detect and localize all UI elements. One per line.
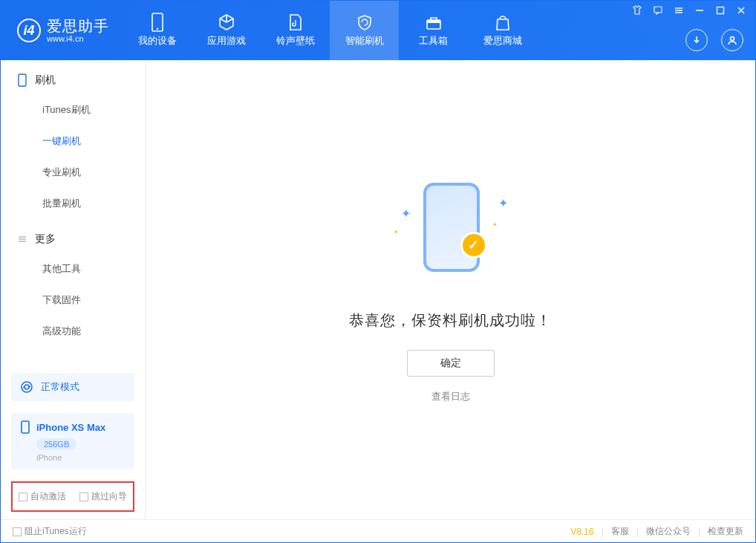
- success-illustration: ✦ ✦ ✦ ✦ ✓: [388, 177, 514, 288]
- nav-label: 我的设备: [138, 34, 177, 48]
- checkbox-label: 阻止iTunes运行: [25, 525, 87, 538]
- footer-link-update[interactable]: 检查更新: [708, 525, 743, 538]
- shirt-icon[interactable]: [632, 5, 642, 16]
- sidebar-section-flash: 刷机: [1, 60, 145, 94]
- sidebar-item-pro-flash[interactable]: 专业刷机: [42, 157, 145, 188]
- sidebar-item-download-firmware[interactable]: 下载固件: [42, 284, 145, 316]
- nav-label: 铃声壁纸: [276, 34, 315, 48]
- checkbox-icon: [79, 492, 88, 501]
- svg-point-8: [22, 382, 32, 392]
- phone-outline-icon: [17, 74, 27, 87]
- nav-tab-toolbox[interactable]: 工具箱: [399, 1, 468, 60]
- sparkle-icon: ✦: [498, 196, 508, 210]
- user-button[interactable]: [721, 29, 743, 51]
- nav-tab-my-device[interactable]: 我的设备: [123, 1, 192, 60]
- header-actions: [685, 29, 743, 51]
- maximize-button[interactable]: [715, 5, 726, 16]
- sidebar-item-batch-flash[interactable]: 批量刷机: [42, 188, 145, 219]
- section-title: 更多: [35, 233, 56, 246]
- music-file-icon: [287, 13, 304, 31]
- sidebar-items-more: 其他工具 下载固件 高级功能: [1, 253, 145, 347]
- ok-button[interactable]: 确定: [407, 350, 495, 377]
- menu-icon[interactable]: [674, 5, 684, 16]
- nav-label: 爱思商城: [483, 34, 522, 48]
- sidebar-item-oneclick-flash[interactable]: 一键刷机: [42, 126, 145, 157]
- sparkle-icon: ✦: [492, 221, 498, 228]
- window-controls: [632, 5, 746, 16]
- sidebar-item-advanced[interactable]: 高级功能: [42, 316, 145, 347]
- checkbox-skip-guide[interactable]: 跳过向导: [79, 490, 127, 503]
- view-log-link[interactable]: 查看日志: [431, 390, 470, 403]
- nav-tab-ringtones[interactable]: 铃声壁纸: [261, 1, 330, 60]
- nav-label: 工具箱: [419, 34, 448, 48]
- checkbox-icon: [19, 492, 27, 501]
- minimize-button[interactable]: [694, 5, 705, 16]
- options-row: 自动激活 跳过向导: [11, 481, 134, 512]
- app-subtitle: www.i4.cn: [47, 34, 109, 43]
- logo-icon: i4: [17, 19, 41, 42]
- success-message: 恭喜您，保资料刷机成功啦！: [349, 310, 552, 331]
- checkbox-icon: [13, 527, 22, 536]
- checkbox-block-itunes[interactable]: 阻止iTunes运行: [13, 525, 87, 538]
- toolbox-icon: [425, 13, 443, 31]
- close-button[interactable]: [736, 5, 746, 16]
- footer-link-wechat[interactable]: 微信公众号: [646, 525, 691, 538]
- sparkle-icon: ✦: [401, 207, 411, 221]
- svg-point-1: [156, 28, 157, 30]
- logo-area: i4 爱思助手 www.i4.cn: [1, 18, 123, 43]
- checkbox-label: 跳过向导: [91, 490, 127, 503]
- sidebar-items-flash: iTunes刷机 一键刷机 专业刷机 批量刷机: [1, 94, 145, 219]
- svg-rect-6: [717, 7, 724, 14]
- device-box[interactable]: iPhone XS Max 256GB iPhone: [11, 413, 134, 469]
- sidebar-item-itunes-flash[interactable]: iTunes刷机: [42, 94, 145, 126]
- device-type: iPhone: [36, 453, 126, 462]
- logo-text: 爱思助手 www.i4.cn: [47, 18, 109, 43]
- footer-link-service[interactable]: 客服: [611, 525, 629, 538]
- body: 刷机 iTunes刷机 一键刷机 专业刷机 批量刷机 更多 其他工具 下载固件 …: [1, 60, 755, 519]
- sync-icon: [20, 380, 33, 394]
- checkbox-auto-activate[interactable]: 自动激活: [19, 490, 66, 503]
- app-header: i4 爱思助手 www.i4.cn 我的设备 应用游戏 铃声壁纸: [1, 1, 755, 60]
- nav-tab-apps[interactable]: 应用游戏: [192, 1, 261, 60]
- device-icon: [20, 420, 30, 434]
- device-capacity: 256GB: [36, 438, 76, 450]
- nav-label: 智能刷机: [345, 34, 384, 48]
- menu-lines-icon: [17, 234, 27, 244]
- svg-rect-7: [19, 74, 26, 86]
- nav-tab-store[interactable]: 爱思商城: [468, 1, 537, 60]
- svg-point-4: [731, 37, 734, 41]
- checkmark-badge-icon: ✓: [460, 232, 487, 259]
- mode-box[interactable]: 正常模式: [11, 373, 134, 401]
- sparkle-icon: ✦: [394, 229, 399, 235]
- app-title: 爱思助手: [47, 18, 109, 34]
- download-button[interactable]: [685, 29, 708, 51]
- svg-rect-5: [654, 7, 662, 13]
- version-label: V8.16: [570, 527, 593, 537]
- sidebar-item-other-tools[interactable]: 其他工具: [42, 253, 145, 284]
- bag-icon: [494, 13, 512, 31]
- refresh-shield-icon: [356, 13, 374, 31]
- nav-tab-flash[interactable]: 智能刷机: [330, 1, 399, 60]
- svg-rect-9: [22, 421, 29, 433]
- mode-label: 正常模式: [41, 380, 79, 394]
- nav-tabs: 我的设备 应用游戏 铃声壁纸 智能刷机 工具箱: [123, 1, 537, 60]
- phone-shape-icon: [423, 183, 480, 272]
- cube-icon: [218, 13, 235, 31]
- feedback-icon[interactable]: [653, 5, 663, 16]
- sidebar: 刷机 iTunes刷机 一键刷机 专业刷机 批量刷机 更多 其他工具 下载固件 …: [1, 60, 146, 519]
- checkbox-label: 自动激活: [30, 490, 66, 503]
- svg-rect-3: [427, 20, 440, 23]
- main-content: ✦ ✦ ✦ ✦ ✓ 恭喜您，保资料刷机成功啦！ 确定 查看日志: [146, 60, 755, 519]
- footer: 阻止iTunes运行 V8.16 | 客服 | 微信公众号 | 检查更新: [1, 519, 755, 543]
- section-title: 刷机: [35, 74, 56, 87]
- sidebar-section-more: 更多: [1, 219, 145, 253]
- device-name: iPhone XS Max: [36, 422, 105, 433]
- phone-icon: [149, 13, 166, 31]
- device-name-row: iPhone XS Max: [20, 420, 126, 434]
- nav-label: 应用游戏: [207, 34, 246, 48]
